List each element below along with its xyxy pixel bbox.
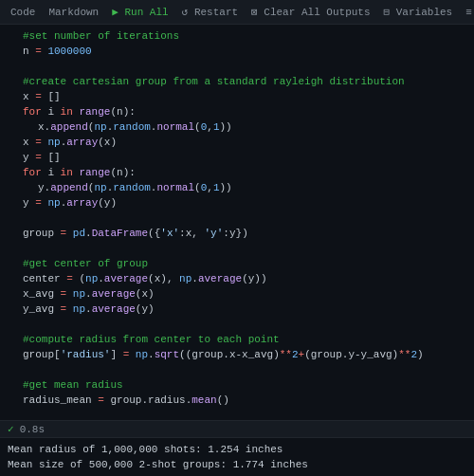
code-content: radius_mean = group.radius.mean()	[23, 393, 466, 408]
code-content: #create cartesian group from a standard …	[23, 74, 466, 89]
code-area[interactable]: #set number of iterations n = 1000000 #c…	[0, 25, 474, 420]
code-content: group['radius'] = np.sqrt((group.x-x_avg…	[23, 347, 466, 362]
toolbar-code[interactable]: Code	[6, 5, 40, 20]
code-content: x = np.array(x)	[23, 135, 466, 150]
clear-outputs-button[interactable]: ⊠ Clear All Outputs	[246, 4, 374, 20]
code-line: x = []	[0, 89, 474, 104]
toolbar-markdown[interactable]: Markdown	[44, 5, 103, 20]
code-content: y = np.array(y)	[23, 195, 466, 211]
code-line: x_avg = np.average(x)	[0, 286, 474, 302]
code-content: #set number of iterations	[23, 28, 466, 44]
code-line: #get center of group	[0, 256, 474, 271]
code-line: #create cartesian group from a standard …	[0, 74, 474, 89]
code-content: y_avg = np.average(y)	[23, 302, 466, 317]
code-content: n = 1000000	[23, 44, 466, 59]
toolbar: Code Markdown ▶ Run All ↺ Restart ⊠ Clea…	[0, 0, 474, 25]
code-line: radius_mean = group.radius.mean()	[0, 393, 474, 408]
code-content: center = (np.average(x), np.average(y))	[23, 271, 466, 286]
code-content: for i in range(n):	[23, 104, 466, 119]
code-content: y = []	[23, 150, 466, 165]
code-line	[0, 211, 474, 226]
code-line: y_avg = np.average(y)	[0, 302, 474, 317]
code-line: n = 1000000	[0, 44, 474, 59]
code-line: #set number of iterations	[0, 28, 474, 44]
code-line: y = []	[0, 150, 474, 165]
code-content: x.append(np.random.normal(0,1))	[23, 119, 466, 135]
editor-container: Code Markdown ▶ Run All ↺ Restart ⊠ Clea…	[0, 0, 474, 476]
outline-button[interactable]: ≡ Outline	[461, 5, 474, 20]
restart-button[interactable]: ↺ Restart	[177, 4, 243, 20]
execution-time: 0.8s	[20, 424, 45, 435]
run-all-button[interactable]: ▶ Run All	[107, 4, 173, 20]
code-line: y = np.array(y)	[0, 195, 474, 211]
code-content: group = pd.DataFrame({'x':x, 'y':y})	[23, 226, 466, 241]
code-line	[0, 408, 474, 420]
code-line: group = pd.DataFrame({'x':x, 'y':y})	[0, 226, 474, 241]
code-content: x_avg = np.average(x)	[23, 286, 466, 302]
code-line	[0, 362, 474, 377]
code-line	[0, 59, 474, 74]
code-line: #get mean radius	[0, 377, 474, 393]
code-line	[0, 241, 474, 256]
code-line: x.append(np.random.normal(0,1))	[0, 119, 474, 135]
code-line: group['radius'] = np.sqrt((group.x-x_avg…	[0, 347, 474, 362]
code-line: #compute radius from center to each poin…	[0, 332, 474, 347]
code-line: x = np.array(x)	[0, 135, 474, 150]
code-content: y.append(np.random.normal(0,1))	[23, 180, 466, 195]
output-area: Mean radius of 1,000,000 shots: 1.254 in…	[0, 437, 474, 476]
code-content: for i in range(n):	[23, 165, 466, 180]
status-check-icon: ✓	[8, 423, 14, 435]
code-line: y.append(np.random.normal(0,1))	[0, 180, 474, 195]
output-line-2: Mean size of 500,000 2-shot groups: 1.77…	[8, 457, 466, 472]
code-line	[0, 317, 474, 332]
code-content: x = []	[23, 89, 466, 104]
code-line: for i in range(n):	[0, 165, 474, 180]
variables-button[interactable]: ⊟ Variables	[379, 4, 458, 20]
code-line: center = (np.average(x), np.average(y))	[0, 271, 474, 286]
code-line: for i in range(n):	[0, 104, 474, 119]
code-content: #get mean radius	[23, 377, 466, 393]
output-line-1: Mean radius of 1,000,000 shots: 1.254 in…	[8, 442, 466, 457]
code-content: #get center of group	[23, 256, 466, 271]
code-content: #compute radius from center to each poin…	[23, 332, 466, 347]
status-bar: ✓ 0.8s	[0, 420, 474, 437]
